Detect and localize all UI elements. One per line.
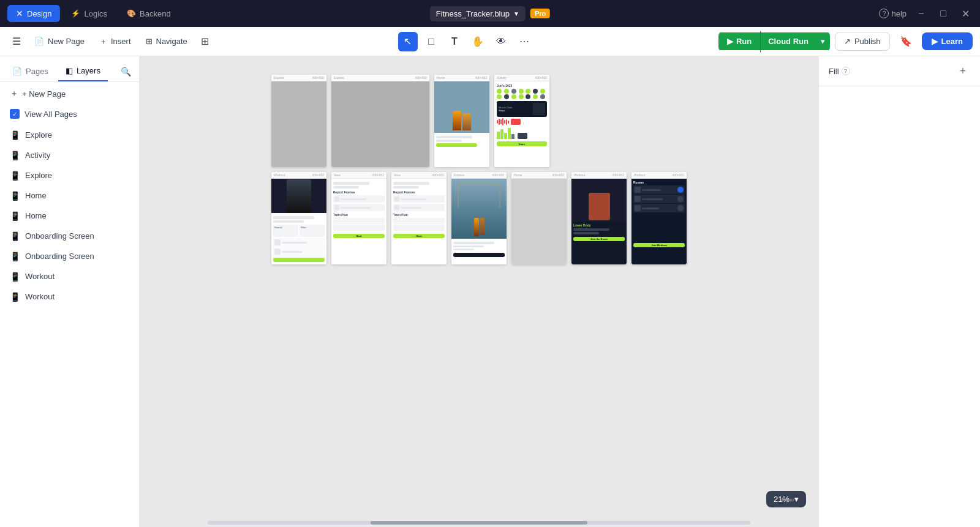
horizontal-scrollbar[interactable] <box>208 521 750 525</box>
pages-tab-label: Pages <box>26 67 48 76</box>
tab-backend[interactable]: 🎨 Backend <box>118 6 179 22</box>
sidebar-item-home-1[interactable]: 📱 Home ⋮ <box>0 185 139 206</box>
toolbar-left: ☰ 📄 New Page ＋ Insert ⊞ Navigate ⊞ <box>7 32 214 51</box>
view-all-checkbox: ✓ <box>10 109 20 119</box>
phone-icon: 📱 <box>10 292 20 302</box>
canvas-area[interactable]: Explore 430×932 Explore 430×932 <box>140 56 818 527</box>
tab-logics[interactable]: ⚡ Logics <box>62 6 116 22</box>
phone-icon: 📱 <box>10 191 20 201</box>
run-label: Run <box>736 37 752 46</box>
page-label: Workout <box>274 173 285 177</box>
page-card-workout-lower[interactable]: Workout 430×932 Lower Body <box>571 172 627 264</box>
page-card-workout-rooms[interactable]: Workout 430×932 Rooms <box>631 172 687 264</box>
page-card-outdoor[interactable]: Explore 430×932 <box>451 172 507 264</box>
sidebar-tabs: 📄 Pages ◧ Layers 🔍 <box>0 56 139 82</box>
page-size: 430×932 <box>672 173 684 177</box>
sidebar-item-activity[interactable]: 📱 Activity ⋮ <box>0 145 139 165</box>
page-card-gray[interactable]: Home 430×932 <box>511 172 567 264</box>
publish-label: Publish <box>854 37 881 46</box>
canvas-wrapper[interactable]: Explore 430×932 Explore 430×932 <box>140 56 818 527</box>
navigate-icon: ⊞ <box>146 37 153 46</box>
run-dropdown-button[interactable]: ▾ <box>816 32 830 50</box>
sidebar-search-button[interactable]: 🔍 <box>117 63 134 80</box>
file-name-button[interactable]: Fitness_Tracker.blup ▼ <box>430 6 526 21</box>
sidebar-item-explore-2[interactable]: 📱 Explore ⋮ <box>0 165 139 185</box>
page-card-explore-1[interactable]: Explore 430×932 <box>271 75 326 167</box>
page-size: 430×932 <box>475 76 487 80</box>
tab-design[interactable]: ✕ Design <box>7 5 60 22</box>
page-label: Explore <box>334 76 344 80</box>
maximize-button[interactable]: □ <box>936 6 951 21</box>
hand-icon: ✋ <box>472 36 484 47</box>
page-card-report-2[interactable]: View 430×932 Report Frames <box>391 172 447 264</box>
page-item-name: Home <box>25 191 117 200</box>
page-card-body: Rooms <box>631 179 687 264</box>
main-layout: 📄 Pages ◧ Layers 🔍 ＋ + New Page ✓ View A… <box>0 56 980 527</box>
phone-icon: 📱 <box>10 151 20 160</box>
run-button[interactable]: ▶ Run <box>718 32 760 50</box>
sidebar-item-explore-1[interactable]: 📱 Explore ⋮ <box>0 125 139 145</box>
more-tools-button[interactable]: ⋯ <box>514 32 534 51</box>
bookmark-button[interactable]: 🔖 <box>895 32 917 51</box>
title-bar-right: ? help − □ ✕ <box>879 6 973 21</box>
sidebar-item-onboarding-2[interactable]: 📱 Onboarding Screen ⋮ <box>0 246 139 266</box>
plus-icon: ＋ <box>10 88 18 99</box>
hamburger-icon: ☰ <box>12 36 21 47</box>
grid-button[interactable]: ⊞ <box>196 32 214 51</box>
new-page-button[interactable]: 📄 New Page <box>28 33 91 50</box>
hamburger-menu-button[interactable]: ☰ <box>7 32 26 51</box>
watermark-text: blup.io <box>779 497 794 503</box>
grid-icon: ⊞ <box>201 36 209 47</box>
page-card-workout-dark-1[interactable]: Workout 430×932 <box>271 172 326 264</box>
page-item-name: Workout <box>25 272 117 281</box>
page-card-report-1[interactable]: View 430×932 Report Frames <box>331 172 386 264</box>
tab-layers[interactable]: ◧ Layers <box>58 61 108 81</box>
fill-add-button[interactable]: + <box>956 64 970 78</box>
page-card-activity[interactable]: Activity 430×932 Jun's 2023 <box>494 75 549 167</box>
scrollbar-thumb[interactable] <box>371 521 588 525</box>
new-page-sidebar-button[interactable]: ＋ + New Page <box>0 82 139 105</box>
design-icon: ✕ <box>16 9 23 18</box>
navigate-button[interactable]: ⊞ Navigate <box>140 33 194 50</box>
page-card-body: Report Frames Train Plan <box>391 179 447 264</box>
canvas-row-1: Explore 430×932 Explore 430×932 <box>271 75 687 167</box>
page-card-home-1[interactable]: Home 430×932 <box>434 75 489 167</box>
page-size: 430×932 <box>535 76 547 80</box>
phone-icon: 📱 <box>10 231 20 241</box>
cloud-run-button[interactable]: Cloud Run <box>761 32 816 50</box>
view-all-label: View All Pages <box>24 110 77 119</box>
eye-tool[interactable]: 👁 <box>491 32 511 51</box>
sidebar-item-onboarding-1[interactable]: 📱 Onboarding Screen ⋮ <box>0 226 139 246</box>
rectangle-tool[interactable]: □ <box>421 32 441 51</box>
page-size: 430×932 <box>432 173 444 177</box>
phone-icon: 📱 <box>10 272 20 282</box>
text-tool[interactable]: T <box>445 32 464 51</box>
view-all-pages-button[interactable]: ✓ View All Pages <box>0 105 139 122</box>
sidebar-item-workout-1[interactable]: 📱 Workout ⋮ <box>0 266 139 286</box>
chevron-down-icon: ▾ <box>794 495 799 504</box>
page-card-explore-2[interactable]: Explore 430×932 <box>331 75 429 167</box>
help-button[interactable]: ? help <box>879 9 907 18</box>
fill-label: Fill ? <box>829 67 850 76</box>
sidebar-item-workout-2[interactable]: 📱 Workout ⋮ <box>0 286 139 307</box>
insert-button[interactable]: ＋ Insert <box>93 32 137 51</box>
close-button[interactable]: ✕ <box>958 6 973 21</box>
page-item-name: Onboarding Screen <box>25 231 117 241</box>
tab-pages[interactable]: 📄 Pages <box>5 62 56 81</box>
hand-tool[interactable]: ✋ <box>468 32 488 51</box>
rectangle-icon: □ <box>428 36 434 47</box>
cursor-tool[interactable]: ↖ <box>398 32 418 51</box>
help-circle-icon: ? <box>879 9 889 18</box>
minimize-button[interactable]: − <box>914 6 929 21</box>
cursor-icon: ↖ <box>404 36 412 47</box>
page-card-header: View 430×932 <box>331 172 386 179</box>
publish-button[interactable]: ↗ Publish <box>835 32 890 51</box>
insert-label: Insert <box>111 37 131 46</box>
title-bar-center: Fitness_Tracker.blup ▼ Pro <box>430 6 550 21</box>
layers-tab-label: Layers <box>77 66 100 75</box>
fill-help-icon[interactable]: ? <box>842 67 850 75</box>
learn-button[interactable]: ▶ Learn <box>922 32 973 50</box>
sidebar-item-home-2[interactable]: 📱 Home ⋮ <box>0 206 139 226</box>
phone-icon: 📱 <box>10 252 20 261</box>
page-card-header: Explore 430×932 <box>271 75 326 81</box>
